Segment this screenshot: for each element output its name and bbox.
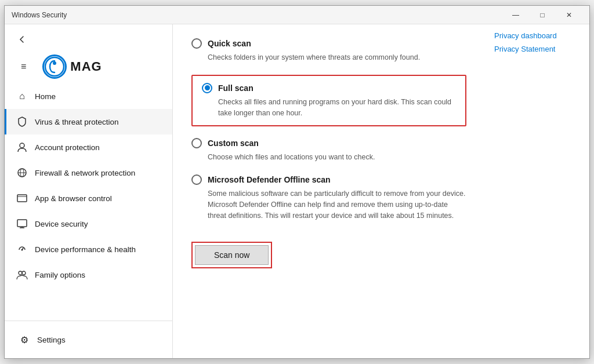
maximize-button[interactable]: □ — [529, 6, 556, 24]
sidebar: ≡ MAG ⌂ Home — [5, 24, 173, 358]
logo-container: MAG — [42, 54, 102, 79]
performance-icon — [16, 243, 28, 255]
sidebar-item-home-label: Home — [35, 92, 56, 101]
sidebar-item-home[interactable]: ⌂ Home — [5, 83, 172, 109]
device-icon — [16, 218, 28, 230]
sidebar-item-performance-label: Device performance & health — [35, 245, 136, 254]
quick-scan-description: Checks folders in your system where thre… — [208, 52, 466, 63]
offline-scan-description: Some malicious software can be particula… — [208, 188, 466, 221]
logo-row: ≡ MAG — [5, 54, 172, 83]
settings-icon: ⚙ — [19, 334, 30, 345]
sidebar-item-device-label: Device security — [35, 220, 88, 228]
settings-label: Settings — [37, 336, 66, 344]
sidebar-item-account-label: Account protection — [35, 143, 100, 152]
sidebar-item-device[interactable]: Device security — [5, 211, 172, 236]
custom-scan-description: Choose which files and locations you wan… — [208, 152, 466, 163]
custom-scan-radio[interactable] — [191, 138, 202, 148]
offline-scan-option: Microsoft Defender Offline scan Some mal… — [191, 174, 466, 221]
scan-now-button[interactable]: Scan now — [195, 245, 269, 265]
svg-point-12 — [19, 271, 22, 275]
sidebar-item-performance[interactable]: Device performance & health — [5, 236, 172, 262]
svg-point-1 — [53, 61, 56, 65]
full-scan-description: Checks all files and running programs on… — [218, 97, 456, 119]
logo-text: MAG — [70, 59, 102, 74]
svg-rect-6 — [17, 195, 27, 202]
sidebar-item-appbrowser-label: App & browser control — [35, 194, 112, 203]
svg-point-11 — [21, 249, 23, 251]
offline-scan-radio[interactable] — [191, 174, 202, 185]
appbrowser-icon — [16, 192, 28, 204]
sidebar-item-virus[interactable]: Virus & threat protection — [5, 109, 172, 134]
cmag-logo-svg — [44, 56, 65, 77]
minimize-button[interactable]: — — [502, 6, 529, 24]
right-panel: Privacy dashboard Privacy Statement — [485, 24, 589, 358]
scan-now-wrapper: Scan now — [191, 242, 272, 268]
svg-point-13 — [22, 271, 26, 275]
content-area: ≡ MAG ⌂ Home — [5, 24, 589, 358]
scan-options-panel: Quick scan Checks folders in your system… — [173, 24, 485, 358]
back-button[interactable] — [14, 31, 30, 48]
svg-point-2 — [20, 143, 24, 148]
full-scan-radio[interactable] — [202, 83, 212, 93]
shield-icon — [16, 116, 28, 128]
quick-scan-label: Quick scan — [208, 39, 251, 48]
privacy-statement-link[interactable]: Privacy Statement — [494, 45, 580, 53]
hamburger-button[interactable]: ≡ — [12, 57, 35, 77]
sidebar-item-firewall[interactable]: Firewall & network protection — [5, 160, 172, 185]
quick-scan-radio[interactable] — [191, 38, 202, 49]
titlebar: Windows Security — □ ✕ — [5, 6, 589, 24]
close-button[interactable]: ✕ — [556, 6, 582, 24]
radio-selected-dot — [205, 85, 210, 90]
svg-rect-8 — [17, 220, 27, 227]
firewall-icon — [16, 167, 28, 179]
sidebar-item-appbrowser[interactable]: App & browser control — [5, 185, 172, 211]
offline-scan-label: Microsoft Defender Offline scan — [208, 175, 331, 184]
custom-scan-label: Custom scan — [208, 139, 259, 148]
quick-scan-option: Quick scan Checks folders in your system… — [191, 38, 466, 63]
back-icon — [18, 35, 26, 43]
window-title: Windows Security — [12, 11, 502, 19]
sidebar-item-family-label: Family options — [35, 271, 85, 279]
main-content: Quick scan Checks folders in your system… — [173, 24, 589, 358]
sidebar-footer: ⚙ Settings — [5, 321, 172, 358]
sidebar-item-firewall-label: Firewall & network protection — [35, 169, 135, 177]
sidebar-item-family[interactable]: Family options — [5, 262, 172, 287]
offline-scan-header: Microsoft Defender Offline scan — [191, 174, 466, 185]
custom-scan-option: Custom scan Choose which files and locat… — [191, 138, 466, 163]
full-scan-header: Full scan — [202, 83, 456, 93]
main-window: Windows Security — □ ✕ ≡ — [4, 5, 590, 359]
account-icon — [16, 141, 28, 153]
sidebar-header — [5, 24, 172, 54]
privacy-dashboard-link[interactable]: Privacy dashboard — [494, 31, 580, 40]
custom-scan-header: Custom scan — [191, 138, 466, 148]
logo-icon — [42, 54, 67, 79]
family-icon — [16, 269, 28, 281]
sidebar-item-virus-label: Virus & threat protection — [35, 118, 119, 126]
sidebar-nav: ⌂ Home Virus & threat protection — [5, 83, 172, 321]
full-scan-option: Full scan Checks all files and running p… — [191, 75, 466, 127]
sidebar-item-account[interactable]: Account protection — [5, 134, 172, 160]
home-icon: ⌂ — [16, 90, 28, 102]
settings-item[interactable]: ⚙ Settings — [16, 328, 161, 351]
quick-scan-header: Quick scan — [191, 38, 466, 49]
window-controls: — □ ✕ — [502, 6, 582, 24]
full-scan-label: Full scan — [218, 83, 253, 93]
